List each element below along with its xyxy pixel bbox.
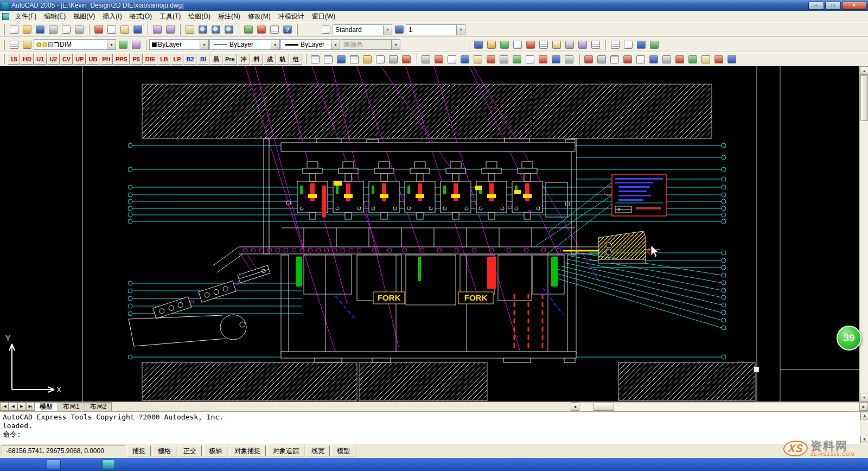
- scale-combo[interactable]: 1 ▼: [406, 24, 465, 35]
- xref-manager-button[interactable]: [563, 39, 576, 50]
- scroll-down-button[interactable]: ▼: [860, 393, 868, 402]
- menu-edit[interactable]: 编辑(E): [40, 11, 69, 22]
- menu-dimension[interactable]: 标注(N): [214, 11, 244, 22]
- markup-button[interactable]: [255, 24, 267, 36]
- command-scroll-up-button[interactable]: ▲: [860, 412, 868, 419]
- die-cmd-cv[interactable]: CV: [60, 54, 73, 65]
- zoom-window-button[interactable]: [209, 24, 222, 36]
- tab-model[interactable]: 模型: [34, 402, 58, 411]
- layer-manager-button[interactable]: [8, 39, 20, 50]
- horizontal-scroll-track[interactable]: [579, 402, 859, 411]
- menu-insert[interactable]: 插入(I): [99, 11, 125, 22]
- toggle-lineweight[interactable]: 线宽: [306, 445, 330, 456]
- cut-button[interactable]: [92, 24, 105, 36]
- paste-button[interactable]: [118, 24, 131, 36]
- mold-tool-3-button[interactable]: [609, 53, 621, 65]
- punch-tool-4-button[interactable]: [459, 53, 471, 65]
- menu-modify[interactable]: 修改(M): [244, 11, 275, 22]
- punch-tool-9-button[interactable]: [524, 53, 537, 65]
- die-cmd-lp[interactable]: LP: [171, 54, 183, 65]
- die-cmd-up[interactable]: UP: [73, 54, 86, 65]
- combo-arrow-icon[interactable]: ▼: [200, 40, 208, 49]
- toolbar-grip[interactable]: [468, 40, 469, 50]
- die-cmd-1s[interactable]: 1S: [8, 54, 20, 65]
- die-cmd-yi[interactable]: 易: [210, 54, 222, 65]
- die-cmd-ub[interactable]: UB: [86, 54, 99, 65]
- toggle-otrack[interactable]: 对象追踪: [267, 445, 304, 456]
- toolbar-grip[interactable]: [179, 24, 181, 35]
- render-button[interactable]: [648, 39, 660, 50]
- tab-prev-button[interactable]: ◀: [9, 402, 17, 411]
- lineweight-combo[interactable]: ByLayer ▼: [280, 39, 340, 50]
- zoom-realtime-button[interactable]: [196, 24, 209, 36]
- combo-arrow-icon[interactable]: ▼: [383, 25, 392, 35]
- die-cmd-p5[interactable]: P5: [130, 54, 143, 65]
- punch-tool-2-button[interactable]: [433, 53, 445, 65]
- tab-layout2[interactable]: 布局2: [85, 402, 112, 411]
- mold-tool-4-button[interactable]: [622, 53, 634, 65]
- menu-file[interactable]: 文件(F): [11, 11, 40, 22]
- markup-manager-button[interactable]: [524, 39, 537, 50]
- menu-view[interactable]: 视图(V): [69, 11, 99, 22]
- mold-tool-7-button[interactable]: [661, 53, 673, 65]
- vertical-scrollbar[interactable]: ▲ ▼: [859, 66, 868, 402]
- tab-layout1[interactable]: 布局1: [58, 402, 85, 411]
- toolbar-grip[interactable]: [238, 24, 239, 35]
- undo-button[interactable]: [151, 24, 163, 36]
- title-bar[interactable]: AutoCAD 2005 - [E:\Kevin_Design\2D DIE\x…: [0, 0, 868, 11]
- mold-tool-6-button[interactable]: [648, 53, 660, 65]
- punch-tool-5-button[interactable]: [472, 53, 484, 65]
- design-center-button[interactable]: [485, 39, 497, 50]
- layer-states-button[interactable]: [21, 39, 33, 50]
- die-cmd-track[interactable]: 轨: [277, 54, 289, 65]
- sheet-set-button[interactable]: [242, 24, 254, 36]
- pan-button[interactable]: [183, 24, 196, 36]
- command-scroll-down-button[interactable]: ▼: [860, 436, 868, 443]
- open-button[interactable]: [21, 24, 33, 36]
- new-button[interactable]: [8, 24, 20, 36]
- block-editor-button[interactable]: [550, 39, 563, 50]
- toolbar-grip[interactable]: [3, 54, 5, 65]
- horizontal-scrollbar[interactable]: ◄ ►: [571, 402, 868, 411]
- copy-button[interactable]: [105, 24, 118, 36]
- mold-tool-12-button[interactable]: [726, 53, 738, 65]
- zoom-previous-button[interactable]: [222, 24, 235, 36]
- calculator-button[interactable]: [268, 24, 280, 36]
- scroll-right-button[interactable]: ►: [859, 402, 868, 411]
- save-button[interactable]: [34, 24, 46, 36]
- minimize-button[interactable]: –: [808, 2, 824, 10]
- toolbar-grip[interactable]: [3, 24, 5, 35]
- toggle-snap[interactable]: 捕捉: [127, 445, 151, 456]
- toggle-ortho[interactable]: 正交: [178, 445, 202, 456]
- scroll-up-button[interactable]: ▲: [860, 66, 868, 75]
- scroll-left-button[interactable]: ◄: [571, 402, 579, 411]
- float-badge[interactable]: 39: [837, 326, 861, 351]
- die-cmd-die[interactable]: DIE: [143, 54, 157, 65]
- toolbar-grip[interactable]: [416, 54, 417, 65]
- combo-arrow-icon[interactable]: ▼: [107, 40, 116, 49]
- menu-window[interactable]: 窗口(W): [308, 11, 339, 22]
- maximize-button[interactable]: □: [825, 2, 841, 10]
- toolbar-grip[interactable]: [604, 40, 606, 50]
- die-spring-button[interactable]: [400, 53, 413, 65]
- toggle-polar[interactable]: 极轴: [203, 445, 227, 456]
- toolbar-grip[interactable]: [578, 54, 580, 65]
- die-cmd-u1[interactable]: U1: [34, 54, 47, 65]
- die-pin-button[interactable]: [387, 53, 400, 65]
- punch-tool-3-button[interactable]: [446, 53, 458, 65]
- die-cmd-punch[interactable]: 冲: [238, 54, 250, 65]
- layer-translate-button[interactable]: [589, 39, 602, 50]
- taskbar-quicklaunch-icon[interactable]: [102, 460, 115, 469]
- publish-button[interactable]: [73, 24, 85, 36]
- die-cmd-form[interactable]: 成: [264, 54, 276, 65]
- combo-arrow-icon[interactable]: ▼: [456, 25, 465, 35]
- die-cmd-u2[interactable]: U2: [47, 54, 60, 65]
- linetype-combo[interactable]: ByLayer ▼: [209, 39, 280, 50]
- mold-tool-5-button[interactable]: [635, 53, 647, 65]
- vertical-scroll-track[interactable]: [860, 122, 868, 393]
- field-tool-button[interactable]: [622, 39, 634, 50]
- die-cmd-pre[interactable]: Pre: [223, 54, 237, 65]
- table-tool-button[interactable]: [609, 39, 621, 50]
- punch-tool-1-button[interactable]: [420, 53, 432, 65]
- redo-button[interactable]: [164, 24, 176, 36]
